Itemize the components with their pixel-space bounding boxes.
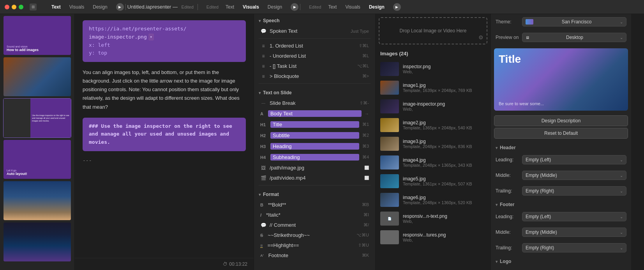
filename-label: Untitled.iapresenter — Edited (127, 4, 196, 10)
footer-leading-select[interactable]: Empty (Left) ⌄ (522, 212, 626, 221)
image-item-image2[interactable]: image2.jpg Template, 1365px × 2048px, 54… (376, 116, 490, 134)
window-control-icon[interactable]: ⊞ (30, 4, 37, 11)
image-thumb-image1 (380, 81, 399, 95)
heading-block[interactable]: ### Use the image inspector on the right… (83, 118, 246, 151)
subtitle-h2-label: H2 (260, 133, 266, 138)
image-info-image2: image2.jpg Template, 1365px × 2048px, 54… (403, 120, 486, 130)
highlight-shortcut: ⇧⌘U (358, 243, 369, 248)
header-trailing-select[interactable]: Empty (Right) ⌄ (522, 186, 626, 196)
task-list-item[interactable]: ≡ - [] Task List ⌥⌘L (256, 61, 374, 71)
header-leading-select[interactable]: Empty (Left) ⌄ (522, 155, 626, 164)
theme-select[interactable]: San Francisco ⌄ (522, 17, 626, 26)
slide-thumb-11[interactable]: 11 Sound and vision How to add images (3, 16, 71, 55)
preview-on-select[interactable]: 🖥 Desktop ⌄ (522, 33, 626, 42)
preview-caption: Be sure to wear some... (499, 101, 544, 106)
filename-chevron[interactable]: ▾ (148, 34, 154, 41)
italic-item[interactable]: I *Italic* ⌘I (256, 210, 374, 220)
maximize-button[interactable] (19, 5, 23, 9)
slide-break-label: Slide Break (270, 100, 356, 106)
image-meta-image6: Template, 2048px × 1360px, 520 KB (403, 200, 486, 205)
tab-design-3[interactable]: Design (365, 3, 388, 11)
images-panel: Drop Local Image or Video Here ⚙ Images … (376, 14, 491, 270)
drop-zone[interactable]: Drop Local Image or Video Here ⚙ (379, 17, 487, 44)
gear-icon[interactable]: ⚙ (478, 34, 483, 41)
speech-section-header: ▾ Speech (254, 14, 375, 26)
image-meta-inspector: Web, (403, 69, 486, 74)
unordered-list-item[interactable]: ≡ - Unordered List ⌘L (256, 51, 374, 61)
image-item-inspector[interactable]: inspector.png Web, (376, 60, 490, 78)
play-button-2[interactable]: ▶ (291, 3, 298, 11)
tab-design-2[interactable]: Design (264, 3, 286, 11)
slide-thumb-12[interactable]: 12 (3, 57, 71, 97)
design-description-button[interactable]: Design Description (494, 115, 628, 126)
slide-thumb-13[interactable]: 13 Use the image inspector on the right … (3, 98, 71, 138)
spoken-text-item[interactable]: 💬 Spoken Text Just Type (256, 26, 374, 36)
slide-thumb-14[interactable]: 14 Let it go Auto layout! (3, 139, 71, 179)
slide-thumb-16[interactable]: 16 (3, 222, 71, 262)
highlight-item[interactable]: ≡ ==Highlight== ⇧⌘U (256, 240, 374, 250)
code-block-url[interactable]: https://ia.net/presenter-assets/ image-i… (83, 20, 246, 62)
tab-text-3[interactable]: Text (324, 3, 341, 11)
text-on-slide-label: Text on Slide (263, 90, 292, 95)
footer-trailing-select[interactable]: Empty (Right) ⌄ (522, 243, 626, 252)
editor-content[interactable]: https://ia.net/presenter-assets/ image-i… (75, 14, 254, 258)
slide-bg-11: Sound and vision How to add images (4, 16, 71, 55)
image-name-image6: image6.jpg (403, 195, 486, 200)
play-button-3[interactable]: ▶ (393, 3, 401, 11)
header-middle-chevron: ⌄ (620, 173, 623, 178)
image-item-image4[interactable]: image4.jpg Template, 2048px × 1365px, 34… (376, 153, 490, 172)
task-list-label: - [] Task List (270, 63, 354, 69)
subtitle-item[interactable]: H2 Subtitle ⌘2 (256, 130, 374, 141)
slides-panel: 11 Sound and vision How to add images 12… (0, 14, 75, 270)
title-h1-label: H1 (260, 122, 266, 127)
blockquote-icon: ≡ (260, 74, 266, 79)
ordered-list-item[interactable]: ≡ 1. Ordered List ⇧⌘L (256, 41, 374, 51)
reset-to-default-button[interactable]: Reset to Default (494, 128, 628, 139)
tab-text-2[interactable]: Text (222, 3, 238, 11)
image-item-image1[interactable]: image1.jpg Template, 1639px × 2048px, 76… (376, 78, 490, 97)
format-chevron-icon: ▾ (259, 192, 261, 197)
image-path-item[interactable]: 🖼 /path/image.jpg ⬜ (256, 163, 374, 173)
tab-visuals-2[interactable]: Visuals (239, 3, 263, 11)
title-item[interactable]: H1 Title ⌘1 (256, 119, 374, 130)
video-path-item[interactable]: 🎬 /path/video.mp4 ⬜ (256, 173, 374, 183)
logo-section-label: Logo (500, 259, 511, 264)
tab-visuals-1[interactable]: Visuals (65, 3, 88, 11)
slide-break-item[interactable]: --- Slide Break ⇧⌘- (256, 98, 374, 108)
subheading-shortcut: ⌘4 (362, 155, 369, 160)
image-name-image2: image2.jpg (403, 120, 486, 125)
comment-item[interactable]: 💬 // Comment ⌘/ (256, 220, 374, 230)
tab-design-1[interactable]: Design (89, 3, 111, 11)
tab-text-1[interactable]: Text (48, 3, 65, 11)
image-item-inspector2[interactable]: image-inspector.png Web, (376, 97, 490, 116)
blockquote-item[interactable]: ≡ > Blockquote ⌘> (256, 71, 374, 81)
strikethrough-item[interactable]: S ~~Strikethrough~~ ⌥⌘U (256, 230, 374, 240)
code-filename: image-inspector.png (89, 33, 147, 41)
footer-trailing-value: Empty (Right) (526, 245, 554, 251)
subtitle-label: Subtitle (270, 132, 359, 139)
subheading-item[interactable]: H4 Subheading ⌘4 (256, 152, 374, 162)
image-item-responsive2[interactable]: responsiv...tures.png Web, (376, 228, 490, 247)
footer-middle-select[interactable]: Empty (Middle) ⌄ (522, 228, 626, 237)
footer-leading-chevron: ⌄ (620, 215, 623, 219)
slide-bg-15 (4, 181, 71, 220)
slide-thumb-15[interactable]: 15 (3, 181, 71, 221)
image-item-responsive1[interactable]: 📄 responsiv...n-text.png Web, (376, 209, 490, 228)
footer-middle-chevron: ⌄ (620, 230, 623, 235)
minimize-button[interactable] (12, 5, 16, 9)
play-button-1[interactable]: ▶ (116, 3, 124, 11)
header-middle-select[interactable]: Empty (Middle) ⌄ (522, 171, 626, 180)
image-item-image6[interactable]: image6.jpg Template, 2048px × 1360px, 52… (376, 191, 490, 209)
preview-on-row: Preview on 🖥 Desktop ⌄ (491, 30, 631, 45)
image-thumb-image3 (380, 137, 399, 151)
close-button[interactable] (5, 5, 9, 9)
tab-visuals-3[interactable]: Visuals (341, 3, 364, 11)
heading-item[interactable]: H3 Heading ⌘3 (256, 141, 374, 152)
body-text-item[interactable]: A Body Text → (256, 108, 374, 119)
subheading-label: Subheading (270, 154, 359, 161)
footnote-item[interactable]: A' Footnote ⌘K (256, 251, 374, 260)
slide-bg-14: Let it go Auto layout! (4, 140, 71, 179)
image-item-image5[interactable]: image5.jpg Template, 1361px × 2048px, 50… (376, 172, 490, 191)
bold-item[interactable]: B **Bold** ⌘B (256, 200, 374, 210)
image-item-image3[interactable]: image3.jpg Template, 2048px × 2048px, 83… (376, 134, 490, 153)
